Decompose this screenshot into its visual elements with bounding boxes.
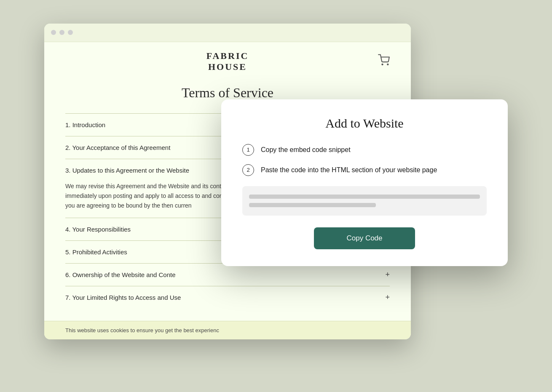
step-2-number: 2 <box>242 164 254 176</box>
traffic-light-maximize[interactable] <box>68 30 73 35</box>
accordion-toggle-7[interactable]: + <box>385 293 390 302</box>
code-preview <box>242 186 487 216</box>
accordion-header-7[interactable]: 7. Your Limited Rights to Access and Use… <box>65 286 390 309</box>
traffic-lights <box>51 30 73 35</box>
logo-line2: HOUSE <box>208 61 247 72</box>
accordion-label-5: 5. Prohibited Activities <box>65 248 127 256</box>
accordion-label-2: 2. Your Acceptance of this Agreement <box>65 144 170 151</box>
modal-step-2: 2 Paste the code into the HTML section o… <box>242 164 487 176</box>
modal-overlay: Add to Website 1 Copy the embed code sni… <box>221 99 508 266</box>
accordion-label-6: 6. Ownership of the Website and Conte <box>65 271 176 278</box>
browser-titlebar <box>44 24 411 42</box>
cookie-bar: This website uses cookies to ensure you … <box>44 321 411 339</box>
accordion-item-6: 6. Ownership of the Website and Conte + <box>65 263 390 286</box>
site-header: FABRIC HOUSE <box>44 42 411 81</box>
modal-title: Add to Website <box>242 116 487 131</box>
modal-step-1: 1 Copy the embed code snippet <box>242 144 487 156</box>
accordion-toggle-6[interactable]: + <box>385 270 390 279</box>
accordion-item-7: 7. Your Limited Rights to Access and Use… <box>65 286 390 309</box>
traffic-light-close[interactable] <box>51 30 56 35</box>
traffic-light-minimize[interactable] <box>59 30 64 35</box>
cart-icon[interactable] <box>378 54 390 69</box>
accordion-label-4: 4. Your Responsibilities <box>65 226 131 233</box>
code-line-2 <box>249 203 376 207</box>
scene: FABRIC HOUSE Terms of Service <box>44 24 508 369</box>
accordion-header-6[interactable]: 6. Ownership of the Website and Conte + <box>65 264 390 286</box>
copy-code-button[interactable]: Copy Code <box>314 227 415 249</box>
svg-point-1 <box>387 64 388 65</box>
svg-point-0 <box>382 64 383 65</box>
accordion-label-3: 3. Updates to this Agreement or the Webs… <box>65 167 189 174</box>
accordion-label-7: 7. Your Limited Rights to Access and Use <box>65 294 181 301</box>
code-line-1 <box>249 195 480 199</box>
step-1-number: 1 <box>242 144 254 156</box>
site-logo: FABRIC HOUSE <box>206 51 249 73</box>
accordion-label-1: 1. Introduction <box>65 121 105 128</box>
step-2-text: Paste the code into the HTML section of … <box>261 166 437 174</box>
page-title: Terms of Service <box>65 85 390 101</box>
cookie-bar-text: This website uses cookies to ensure you … <box>65 327 219 333</box>
logo-line1: FABRIC <box>206 51 249 61</box>
step-1-text: Copy the embed code snippet <box>261 146 351 154</box>
